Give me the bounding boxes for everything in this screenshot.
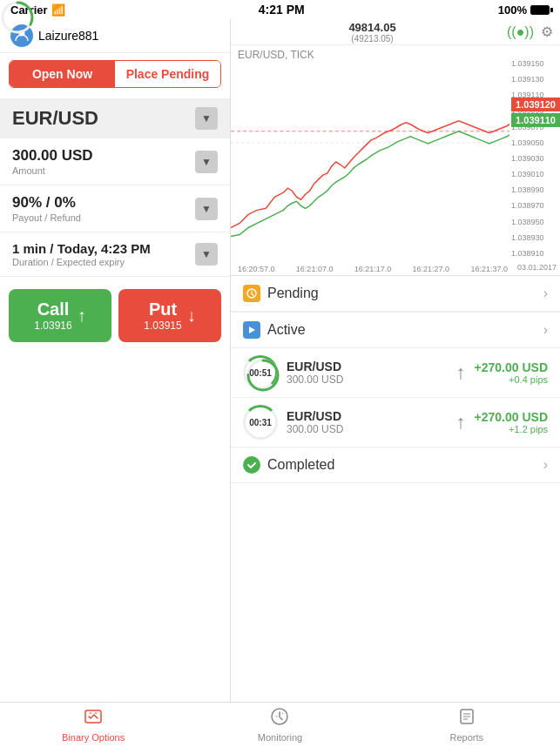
call-button-content: Call 1.03916 <box>34 299 71 332</box>
duration-content: 1 min / Today, 4:23 PM Duration / Expect… <box>12 241 151 267</box>
trade-pair-1: EUR/USD <box>287 360 448 374</box>
trade-pnl-2: +270.00 USD +1.2 pips <box>475 410 548 434</box>
completed-label: Completed <box>267 457 334 473</box>
payout-row[interactable]: 90% / 0% Payout / Refund ▼ <box>0 185 230 232</box>
amount-value: 300.00 USD <box>12 147 93 165</box>
trade-item-2[interactable]: 00:31 EUR/USD 300.00 USD ↑ +270.00 USD +… <box>231 398 560 448</box>
account-balance-area: 49814.05 (49213.05) <box>348 21 395 44</box>
duration-label: Duration / Expected expiry <box>12 257 151 267</box>
pending-chevron-icon: › <box>543 286 548 301</box>
completed-icon <box>243 456 260 474</box>
amount-content: 300.00 USD Amount <box>12 147 93 176</box>
chart-date: 03.01.2017 <box>517 263 557 272</box>
payout-dropdown-button[interactable]: ▼ <box>195 198 218 220</box>
trade-direction-1: ↑ <box>456 361 466 384</box>
nav-binary-options[interactable]: Binary Options <box>0 703 186 747</box>
call-price: 1.03916 <box>34 320 71 332</box>
amount-label: Amount <box>12 165 93 176</box>
wifi-icon: 📶 <box>51 3 65 17</box>
trade-item-1[interactable]: 00:51 EUR/USD 300.00 USD ↑ +270.00 USD +… <box>231 348 560 398</box>
trade-amount-2: 300.00 USD <box>287 423 448 435</box>
active-chevron-icon: › <box>543 322 548 338</box>
duration-value: 1 min / Today, 4:23 PM <box>12 241 151 256</box>
currency-pair-label: EUR/USD <box>12 107 98 130</box>
left-panel: Laizure881 Open Now Place Pending EUR/US… <box>0 19 231 702</box>
trade-pips-2: +1.2 pips <box>475 424 548 434</box>
chevron-down-icon-duration: ▼ <box>201 248 212 260</box>
duration-row[interactable]: 1 min / Today, 4:23 PM Duration / Expect… <box>0 232 230 277</box>
trade-pips-1: +0.4 pips <box>475 374 548 385</box>
pending-section-header[interactable]: Pending › <box>231 276 560 312</box>
amount-dropdown-button[interactable]: ▼ <box>195 151 218 173</box>
price-badge-green: 1.039110 <box>511 113 560 127</box>
monitoring-icon <box>270 707 289 730</box>
status-right: 100% <box>498 3 550 17</box>
bottom-nav: Binary Options Monitoring Reports <box>0 702 560 747</box>
put-arrow-icon: ↓ <box>187 306 196 326</box>
pending-label: Pending <box>267 286 319 301</box>
chevron-down-icon: ▼ <box>201 112 212 124</box>
amount-row[interactable]: 300.00 USD Amount ▼ <box>0 138 230 185</box>
active-section-left: Active <box>243 321 306 339</box>
place-pending-button[interactable]: Place Pending <box>115 61 220 87</box>
trade-pnl-value-2: +270.00 USD <box>475 410 548 424</box>
timer-circle-2: 00:31 <box>243 405 278 440</box>
duration-dropdown-button[interactable]: ▼ <box>195 243 218 266</box>
user-name: Laizure881 <box>38 29 98 43</box>
call-arrow-icon: ↑ <box>78 306 86 326</box>
put-price: 1.03915 <box>144 320 181 332</box>
open-now-button[interactable]: Open Now <box>10 61 115 87</box>
battery-icon <box>530 5 550 15</box>
account-balance: 49814.05 <box>348 21 395 34</box>
binary-options-label: Binary Options <box>62 732 125 743</box>
chevron-down-icon-amount: ▼ <box>201 156 212 168</box>
put-button[interactable]: Put 1.03915 ↓ <box>118 289 221 342</box>
chart-area: EUR/USD, TICK 1.039150 1.039130 1.039110… <box>231 45 560 276</box>
completed-section-left: Completed <box>243 456 334 474</box>
right-panel: 49814.05 (49213.05) ((●)) ⚙ EUR/USD, TIC… <box>231 19 560 702</box>
completed-section-header[interactable]: Completed › <box>231 448 560 483</box>
chart-x-labels: 16:20:57.0 16:21:07.0 16:21:17.0 16:21:2… <box>238 265 508 273</box>
nav-reports[interactable]: Reports <box>374 703 560 747</box>
tab-buttons: Open Now Place Pending <box>9 60 221 88</box>
orders-section: Pending › Active › <box>231 276 560 483</box>
active-icon <box>243 321 260 339</box>
call-label: Call <box>34 299 71 320</box>
time-label: 4:21 PM <box>259 3 305 17</box>
main-content: Laizure881 Open Now Place Pending EUR/US… <box>0 19 560 702</box>
price-badge-red: 1.039120 <box>511 98 560 111</box>
battery-label: 100% <box>498 3 527 17</box>
trade-pair-2: EUR/USD <box>287 409 448 423</box>
pending-section-left: Pending <box>243 285 319 302</box>
trade-info-1: EUR/USD 300.00 USD <box>287 360 448 386</box>
reports-icon <box>457 707 476 730</box>
monitoring-label: Monitoring <box>258 732 302 743</box>
nav-monitoring[interactable]: Monitoring <box>186 703 373 747</box>
svg-marker-4 <box>249 326 255 333</box>
binary-options-icon <box>83 707 104 730</box>
trade-pnl-1: +270.00 USD +0.4 pips <box>475 360 548 385</box>
currency-selector[interactable]: EUR/USD ▼ <box>0 98 230 138</box>
trade-direction-2: ↑ <box>456 411 466 434</box>
chart-svg <box>231 59 509 265</box>
call-button[interactable]: Call 1.03916 ↑ <box>9 289 111 342</box>
currency-dropdown-button[interactable]: ▼ <box>195 107 218 130</box>
reports-label: Reports <box>450 732 484 743</box>
trade-amount-1: 300.00 USD <box>287 374 448 386</box>
payout-label: Payout / Refund <box>12 212 81 223</box>
signal-icon[interactable]: ((●)) <box>507 24 534 40</box>
completed-chevron-icon: › <box>543 457 548 473</box>
active-label: Active <box>267 322 306 338</box>
put-label: Put <box>144 299 181 320</box>
chevron-down-icon-payout: ▼ <box>201 203 212 215</box>
settings-icon[interactable]: ⚙ <box>541 24 553 40</box>
active-section-header[interactable]: Active › <box>231 312 560 348</box>
status-bar: Carrier 📶 4:21 PM 100% <box>0 0 560 19</box>
chart-y-labels: 1.039150 1.039130 1.039110 1.039090 1.03… <box>509 59 560 258</box>
account-action-icons: ((●)) ⚙ <box>507 24 553 40</box>
pending-icon <box>243 285 260 302</box>
trade-info-2: EUR/USD 300.00 USD <box>287 409 448 435</box>
trade-pnl-value-1: +270.00 USD <box>475 360 548 374</box>
timer-circle-1: 00:51 <box>243 355 278 390</box>
payout-content: 90% / 0% Payout / Refund <box>12 194 81 223</box>
